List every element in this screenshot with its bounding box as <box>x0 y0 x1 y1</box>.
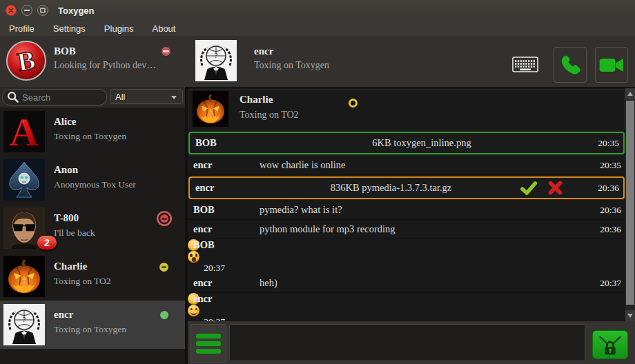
self-status-message: Looking for Python dev… <box>54 60 157 71</box>
self-profile[interactable]: B BOB Looking for Python dev… <box>6 40 157 81</box>
chat-peer-name: Charlie <box>240 94 273 105</box>
menubar: ProfileSettingsPluginsAbout <box>0 21 635 36</box>
sidebar-search-row: All <box>0 87 185 108</box>
contact-row-alice[interactable]: AAliceToxing on Toxygen <box>0 108 185 156</box>
contact-row-t-800[interactable]: T-800I'll be back2 <box>0 204 185 252</box>
titlebar: Toxygen <box>0 0 635 21</box>
scroll-down-button[interactable] <box>625 310 635 321</box>
send-button[interactable] <box>592 330 628 359</box>
composer-bar <box>188 321 635 364</box>
active-chat-avatar: ? <box>195 40 237 81</box>
search-input[interactable] <box>21 90 105 104</box>
contact-filter-dropdown[interactable]: All <box>110 89 183 104</box>
online-status-icon <box>160 311 168 319</box>
svg-text:A: A <box>10 111 39 152</box>
minimize-button[interactable] <box>21 5 32 16</box>
video-call-button[interactable] <box>595 47 628 83</box>
chat-peer-status-message: Toxing on TO2 <box>240 110 299 121</box>
triangle-down-icon <box>627 314 633 318</box>
message-row: encrpython module for mp3 recording20:36 <box>188 220 625 239</box>
minimize-icon <box>21 5 32 16</box>
hamburger-icon <box>196 334 221 338</box>
maximize-icon <box>37 5 48 16</box>
contact-name: Anon <box>54 164 78 176</box>
unread-count-badge: 2 <box>37 236 57 250</box>
message-row: encr20:37 <box>188 293 199 305</box>
message-row: encrheh)20:37 <box>188 274 625 293</box>
keyboard-typing-icon <box>512 57 538 76</box>
menu-item-plugins[interactable]: Plugins <box>104 23 134 34</box>
file-transfer-row: encr836KB pymedia-1.3.7.3.tar.gz20:36 <box>188 176 625 199</box>
chat-menu-button[interactable] <box>190 324 226 363</box>
message-timestamp: 20:36 <box>584 224 625 235</box>
triangle-up-icon <box>627 92 633 96</box>
contact-row-encr[interactable]: ?encrToxing on Toxygen <box>0 301 185 349</box>
file-transfer-actions <box>520 181 563 195</box>
close-button[interactable] <box>6 5 17 16</box>
message-sender: BOB <box>188 204 260 216</box>
message-sender: encr <box>188 159 260 171</box>
self-avatar: B <box>6 40 47 81</box>
contact-name: Charlie <box>54 261 87 272</box>
contact-row-anon[interactable]: AnonAnonymous Tox User <box>0 156 185 204</box>
accept-file-button[interactable] <box>520 181 537 195</box>
contact-filter-value: All <box>115 92 125 102</box>
active-chat-status-message: Toxing on Toxygen <box>254 60 329 71</box>
message-timestamp: 20:36 <box>584 205 625 216</box>
message-timestamp: 20:37 <box>584 278 625 289</box>
message-text <box>188 251 199 263</box>
message-timestamp: 20:35 <box>582 138 623 149</box>
message-row: BOBpymedia? what is it?20:36 <box>188 201 625 220</box>
message-sender: BOB <box>188 239 260 251</box>
message-timestamp: 20:36 <box>582 183 623 194</box>
message-text: pymedia? what is it? <box>260 204 584 216</box>
message-row: encrwow charlie is online20:35 <box>188 156 625 175</box>
alice-avatar: A <box>3 111 45 152</box>
menu-item-profile[interactable]: Profile <box>9 23 35 34</box>
message-row: BOB20:37 <box>188 239 199 251</box>
top-panel: B BOB Looking for Python dev… ? encr Tox… <box>0 36 635 88</box>
menu-item-about[interactable]: About <box>152 23 175 34</box>
contact-name: encr <box>54 309 73 321</box>
self-name: BOB <box>54 46 157 57</box>
audio-call-button[interactable] <box>554 47 587 83</box>
message-text: wow charlie is online <box>260 159 584 171</box>
phone-icon <box>559 54 581 76</box>
contact-status-message: Toxing on Toxygen <box>54 131 126 142</box>
contact-status-message: Anonymous Tox User <box>54 179 136 190</box>
message-sender: encr <box>188 293 260 305</box>
spade-avatar <box>3 159 45 201</box>
away-status-icon <box>159 263 168 272</box>
message-list: BOB6KB toxygen_inline.png20:35encrwow ch… <box>188 132 625 321</box>
message-timestamp: 20:37 <box>188 263 229 274</box>
file-transfer-row: BOB6KB toxygen_inline.png20:35 <box>188 132 625 154</box>
scrollbar-thumb[interactable] <box>626 101 634 305</box>
pumpkin-avatar <box>193 91 228 127</box>
menu-item-settings[interactable]: Settings <box>53 23 86 34</box>
contact-status-message: Toxing on TO2 <box>54 276 111 287</box>
decline-file-button[interactable] <box>548 181 563 195</box>
message-sender: encr <box>190 182 262 194</box>
svg-text:?: ? <box>215 51 218 59</box>
search-icon <box>7 91 19 106</box>
message-text: heh) <box>260 277 584 289</box>
busy-status-icon[interactable] <box>162 47 170 56</box>
active-chat-name: encr <box>254 46 329 57</box>
message-timestamp: 20:35 <box>584 160 625 171</box>
message-area: Charlie Toxing on TO2 BOB6KB toxygen_inl… <box>188 88 625 321</box>
chat-scrollbar <box>625 88 635 321</box>
search-box <box>2 89 107 105</box>
accept-file-icon <box>520 181 537 195</box>
chevron-down-icon <box>171 96 177 99</box>
message-timestamp: 20:37 <box>188 316 229 321</box>
message-text: python module for mp3 recording <box>260 223 584 235</box>
message-sender: BOB <box>190 137 262 149</box>
away-status-icon <box>349 99 358 108</box>
maximize-button[interactable] <box>37 5 48 16</box>
active-chat-header: ? encr Toxing on Toxygen <box>195 40 329 81</box>
contact-row-charlie[interactable]: CharlieToxing on TO2 <box>0 252 185 301</box>
message-input[interactable] <box>230 325 585 361</box>
message-sender: encr <box>188 277 260 289</box>
scroll-up-button[interactable] <box>625 88 635 99</box>
tox-lock-icon <box>595 333 625 356</box>
